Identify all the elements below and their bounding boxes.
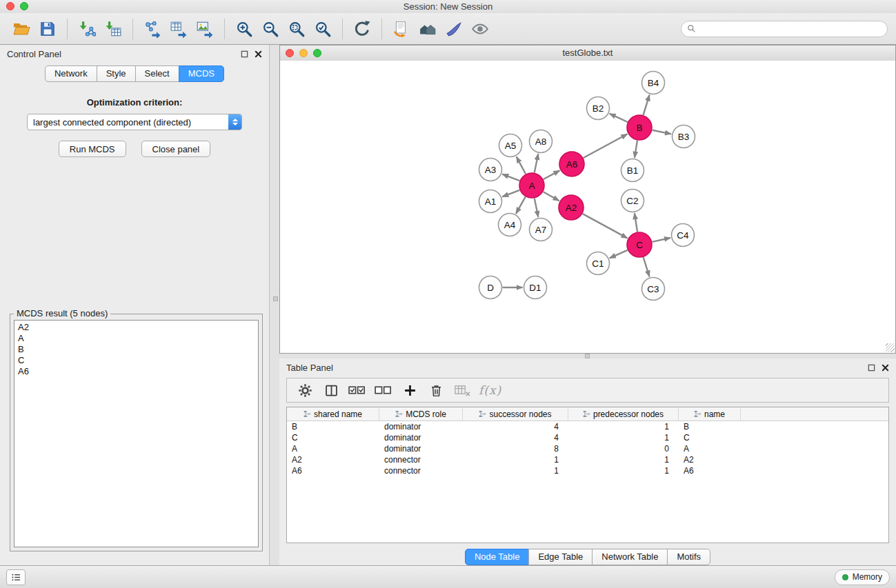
node-D[interactable]: D: [479, 276, 502, 299]
table-cell[interactable]: B: [287, 422, 379, 432]
node-B[interactable]: B: [627, 115, 652, 140]
node-C2[interactable]: C2: [621, 190, 644, 212]
column-header-shared-name[interactable]: shared name: [287, 407, 379, 420]
tab-edge-table[interactable]: Edge Table: [528, 549, 593, 565]
tab-mcds[interactable]: MCDS: [179, 65, 224, 82]
node-A3[interactable]: A3: [479, 159, 502, 181]
edge-C-C2[interactable]: [635, 213, 637, 232]
apply-preferred-layout-icon[interactable]: [349, 16, 375, 42]
node-C3[interactable]: C3: [642, 278, 665, 301]
tab-network-table[interactable]: Network Table: [592, 549, 668, 565]
result-item[interactable]: B: [18, 344, 255, 355]
splitter-handle[interactable]: [585, 354, 590, 358]
table-cell[interactable]: 0: [568, 444, 679, 454]
table-cell[interactable]: dominator: [379, 433, 463, 443]
edge-A-A1[interactable]: [502, 190, 519, 197]
zoom-selected-icon[interactable]: [310, 16, 336, 42]
edge-A-A2[interactable]: [544, 192, 559, 201]
node-A8[interactable]: A8: [530, 130, 552, 153]
result-item[interactable]: A2: [18, 322, 255, 333]
table-cell[interactable]: 8: [463, 444, 568, 454]
zoom-network-icon[interactable]: [313, 49, 321, 57]
zoom-in-icon[interactable]: [231, 16, 257, 42]
float-panel-icon[interactable]: [241, 50, 248, 58]
table-cell[interactable]: 4: [463, 422, 568, 432]
table-row[interactable]: Adominator80A: [287, 443, 888, 454]
edge-C-C4[interactable]: [653, 238, 670, 242]
table-cell[interactable]: dominator: [379, 422, 463, 432]
node-B4[interactable]: B4: [642, 72, 665, 94]
column-header-successor-nodes[interactable]: successor nodes: [463, 407, 568, 420]
close-network-icon[interactable]: [286, 49, 294, 57]
column-header-predecessor-nodes[interactable]: predecessor nodes: [568, 407, 679, 420]
show-graphics-details-icon[interactable]: [467, 16, 493, 42]
node-A[interactable]: A: [519, 173, 544, 198]
column-header-name[interactable]: name: [679, 407, 741, 420]
splitter-handle[interactable]: [273, 296, 278, 301]
table-cell[interactable]: 1: [463, 466, 568, 476]
node-A1[interactable]: A1: [479, 190, 502, 213]
edge-A-A6[interactable]: [544, 170, 560, 179]
mcds-result-list[interactable]: A2ABCA6: [14, 320, 259, 547]
zoom-fit-icon[interactable]: [283, 16, 310, 42]
node-A4[interactable]: A4: [499, 214, 521, 236]
task-history-button[interactable]: [6, 569, 26, 585]
table-cell[interactable]: 1: [463, 455, 568, 465]
node-C1[interactable]: C1: [587, 252, 610, 275]
table-cell[interactable]: A6: [679, 466, 741, 476]
edge-C-C1[interactable]: [610, 250, 628, 258]
edge-B-B4[interactable]: [644, 95, 650, 115]
node-A2[interactable]: A2: [559, 195, 584, 220]
export-network-icon[interactable]: [139, 16, 166, 42]
float-panel-icon[interactable]: [868, 364, 875, 372]
export-table-icon[interactable]: [166, 16, 192, 42]
table-cell[interactable]: A2: [287, 455, 379, 465]
node-A6[interactable]: A6: [559, 152, 584, 176]
close-panel-icon[interactable]: [882, 364, 889, 372]
table-settings-icon[interactable]: [295, 381, 315, 400]
table-row[interactable]: Cdominator41C: [287, 432, 888, 443]
edge-B-B1[interactable]: [635, 141, 637, 158]
edge-A-A4[interactable]: [516, 197, 526, 214]
table-cell[interactable]: C: [679, 433, 741, 443]
tab-select[interactable]: Select: [135, 65, 179, 82]
tab-node-table[interactable]: Node Table: [465, 549, 530, 565]
table-cell[interactable]: 1: [568, 433, 679, 443]
result-item[interactable]: C: [18, 355, 255, 366]
edge-A-A3[interactable]: [502, 174, 519, 181]
node-B3[interactable]: B3: [673, 125, 695, 148]
node-B1[interactable]: B1: [621, 159, 644, 182]
close-window-icon[interactable]: [6, 2, 14, 10]
import-table-file-icon[interactable]: [100, 16, 126, 42]
close-panel-button[interactable]: Close panel: [141, 141, 211, 157]
search-input[interactable]: [699, 23, 882, 34]
minimize-network-icon[interactable]: [299, 49, 308, 57]
table-cell[interactable]: A: [287, 444, 379, 454]
edge-A-A5[interactable]: [517, 156, 526, 174]
zoom-window-icon[interactable]: [20, 2, 28, 10]
table-cell[interactable]: 4: [463, 433, 568, 443]
table-cell[interactable]: A: [679, 444, 741, 454]
select-all-rows-icon[interactable]: [348, 381, 367, 400]
tab-style[interactable]: Style: [97, 65, 136, 82]
edge-A2-C[interactable]: [583, 214, 628, 238]
export-image-icon[interactable]: [192, 16, 218, 42]
edge-B-B2[interactable]: [610, 114, 628, 122]
table-cell[interactable]: 1: [568, 422, 679, 432]
node-C[interactable]: C: [627, 232, 652, 257]
save-session-icon[interactable]: [34, 16, 61, 42]
table-cell[interactable]: connector: [379, 466, 463, 476]
edge-B-B3[interactable]: [653, 130, 671, 134]
node-A7[interactable]: A7: [530, 219, 552, 241]
resize-grip-icon[interactable]: [886, 343, 895, 352]
optimization-criterion-select[interactable]: largest connected component (directed): [27, 114, 242, 130]
node-D1[interactable]: D1: [524, 276, 547, 299]
search-field[interactable]: [681, 21, 888, 37]
table-cell[interactable]: dominator: [379, 444, 463, 454]
style-pen-icon[interactable]: [441, 16, 467, 42]
memory-button[interactable]: Memory: [835, 569, 890, 585]
result-item[interactable]: A6: [18, 366, 255, 377]
table-cell[interactable]: connector: [379, 455, 463, 465]
table-cell[interactable]: C: [287, 433, 379, 443]
column-header-MCDS-role[interactable]: MCDS role: [379, 407, 463, 420]
